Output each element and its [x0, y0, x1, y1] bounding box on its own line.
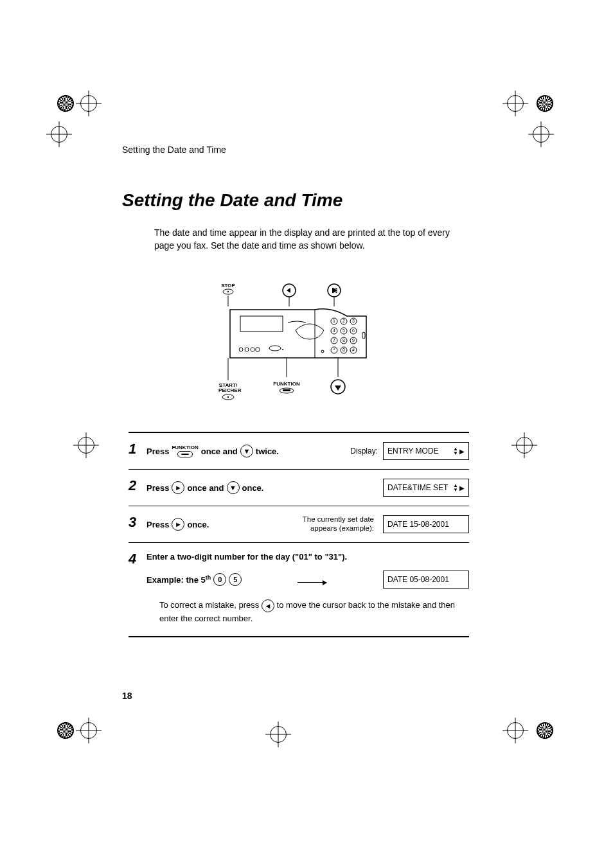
- device-illustration: STOP: [218, 278, 386, 406]
- step-number: 4: [129, 552, 147, 566]
- svg-point-14: [251, 348, 254, 351]
- svg-point-13: [245, 348, 249, 351]
- svg-point-12: [239, 348, 243, 351]
- right-arrow-button-icon: ►: [172, 481, 184, 494]
- step3-mid-text: The currently set date appears (example)…: [303, 515, 374, 533]
- step-row-2: 2 Press ► once and ▼ once. DATE&TIME SET…: [129, 470, 469, 506]
- svg-text:3: 3: [352, 319, 355, 323]
- step-number: 3: [129, 515, 147, 529]
- lcd-display: DATE 05-08-2001: [383, 571, 469, 589]
- svg-text:#: #: [352, 348, 355, 352]
- svg-rect-51: [283, 389, 290, 391]
- press-label: Press: [147, 520, 169, 529]
- svg-rect-41: [362, 332, 365, 339]
- once-and: once and: [201, 447, 238, 456]
- step-row-3: 3 Press ► once. The currently set date a…: [129, 506, 469, 543]
- page-number: 18: [122, 691, 132, 701]
- once-label: once.: [187, 520, 209, 529]
- step-number: 1: [129, 442, 147, 456]
- keypad-5-icon: 5: [229, 573, 242, 586]
- svg-text:0: 0: [342, 348, 345, 352]
- left-arrow-button-icon: ◄: [262, 599, 274, 612]
- registration-mark: [520, 128, 546, 154]
- twice: twice.: [256, 447, 279, 456]
- svg-point-48: [227, 396, 229, 398]
- registration-mark: [80, 437, 106, 463]
- registration-mark: [513, 437, 539, 463]
- lcd-display: DATE&TIME SET ▲▼ ▶: [383, 479, 469, 497]
- funktion-button-icon: FUNKTION: [172, 445, 198, 457]
- down-arrow-button-icon: ▼: [240, 445, 253, 457]
- svg-text:9: 9: [352, 338, 355, 342]
- svg-text:6: 6: [352, 328, 355, 333]
- section-title: Setting the Date and Time: [122, 190, 482, 211]
- svg-point-10: [269, 346, 281, 351]
- registration-mark: [61, 93, 87, 118]
- svg-text:7: 7: [333, 338, 335, 342]
- registration-mark: [61, 720, 87, 745]
- step4-instruction: Enter a two-digit number for the day ("0…: [147, 552, 469, 562]
- svg-text:5: 5: [342, 328, 345, 333]
- keypad-0-icon: 0: [213, 573, 226, 586]
- arrow-right-icon: [298, 582, 327, 583]
- registration-mark: [520, 720, 546, 745]
- lcd-display: DATE 15-08-2001: [383, 515, 469, 533]
- registration-mark: [520, 93, 546, 118]
- once-label: once.: [242, 483, 264, 493]
- svg-rect-9: [240, 316, 283, 332]
- svg-text:FUNKTION: FUNKTION: [273, 381, 300, 387]
- svg-text:4: 4: [333, 328, 335, 333]
- intro-paragraph: The date and time appear in the display …: [154, 227, 463, 252]
- correction-help: To correct a mistake, press ◄ to move th…: [159, 599, 469, 624]
- right-arrow-button-icon: ►: [172, 518, 184, 531]
- svg-point-2: [227, 291, 229, 292]
- down-arrow-button-icon: ▼: [227, 481, 240, 494]
- press-label: Press: [147, 483, 169, 493]
- step-number: 2: [129, 479, 147, 493]
- svg-text:1: 1: [333, 319, 335, 323]
- fax-machine-diagram: STOP: [218, 278, 386, 406]
- press-label: Press: [147, 447, 169, 456]
- display-label: Display:: [350, 447, 378, 456]
- svg-point-11: [282, 349, 283, 350]
- running-head: Setting the Date and Time: [122, 145, 482, 155]
- example-label: Example: the 5th: [147, 574, 211, 585]
- svg-text:2: 2: [342, 319, 345, 323]
- svg-text:STOP: STOP: [221, 283, 235, 288]
- steps-table: 1 Press FUNKTION once and ▼ twice. Displ…: [129, 432, 469, 637]
- registration-mark: [270, 726, 296, 752]
- once-and: once and: [187, 483, 224, 493]
- svg-point-16: [321, 350, 324, 353]
- registration-mark: [61, 128, 87, 154]
- svg-text:SPEICHER: SPEICHER: [218, 387, 242, 393]
- svg-rect-15: [256, 348, 260, 351]
- step-row-1: 1 Press FUNKTION once and ▼ twice. Displ…: [129, 433, 469, 470]
- svg-text:*: *: [333, 348, 335, 352]
- lcd-display: ENTRY MODE ▲▼ ▶: [383, 442, 469, 460]
- step-row-4: 4 Enter a two-digit number for the day (…: [129, 543, 469, 637]
- svg-text:8: 8: [342, 338, 345, 342]
